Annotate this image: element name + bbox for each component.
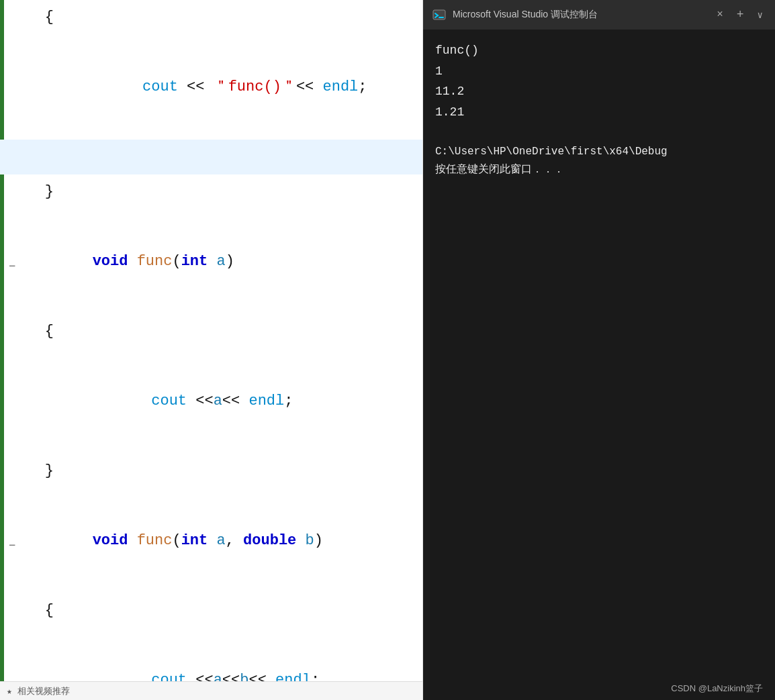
code-line-func-int-a: ⎯ void func(int a) [0, 209, 422, 314]
code-line-brace-open-3: { [0, 593, 422, 628]
terminal-footer: CSDN @LaNzikinh篮子 [423, 677, 775, 700]
fold-icon-1[interactable]: ⎯ [7, 256, 17, 267]
terminal-output: func() 1 11.2 1.21 C:\Users\HP\OneDrive\… [423, 30, 775, 677]
terminal-line-3: 11.2 [435, 81, 763, 102]
code-line-cout-a: cout <<a<< endl; [0, 349, 422, 454]
terminal-app-icon [431, 7, 447, 23]
terminal-line-1: func() [435, 40, 763, 61]
terminal-line-2: 1 [435, 61, 763, 82]
code-line-empty-highlight [0, 140, 422, 174]
terminal-panel: Microsoft Visual Studio 调试控制台 × + ∨ func… [423, 0, 775, 700]
code-line-func-int-double: ⎯ void func(int a, double b) [0, 489, 422, 593]
code-line-cout-func: cout << ＂func()＂<< endl; [0, 35, 422, 140]
code-editor: { cout << ＂func()＂<< endl; } ⎯ void func… [0, 0, 423, 700]
code-line-brace-open-1: { [0, 0, 422, 35]
fold-icon-2[interactable]: ⎯ [7, 536, 17, 546]
terminal-plus-button[interactable]: + [733, 7, 748, 23]
code-line-brace-close-1: } [0, 174, 422, 209]
terminal-close-button[interactable]: × [713, 7, 727, 22]
code-lines: { cout << ＂func()＂<< endl; } ⎯ void func… [0, 0, 422, 700]
terminal-line-4: 1.21 [435, 102, 763, 123]
terminal-path: C:\Users\HP\OneDrive\first\x64\Debug [435, 143, 763, 161]
terminal-titlebar: Microsoft Visual Studio 调试控制台 × + ∨ [423, 0, 775, 30]
terminal-footer-text: CSDN @LaNzikinh篮子 [671, 683, 763, 693]
bottom-bar-text: ★ 相关视频推荐 [7, 685, 70, 697]
terminal-line-5 [435, 122, 763, 143]
terminal-title: Microsoft Visual Studio 调试控制台 [453, 9, 707, 21]
terminal-press-key: 按任意键关闭此窗口．．． [435, 161, 763, 179]
terminal-chevron-button[interactable]: ∨ [754, 8, 767, 22]
code-line-brace-open-2: { [0, 314, 422, 349]
code-line-brace-close-2: } [0, 454, 422, 489]
code-bottom-bar: ★ 相关视频推荐 [0, 681, 422, 700]
